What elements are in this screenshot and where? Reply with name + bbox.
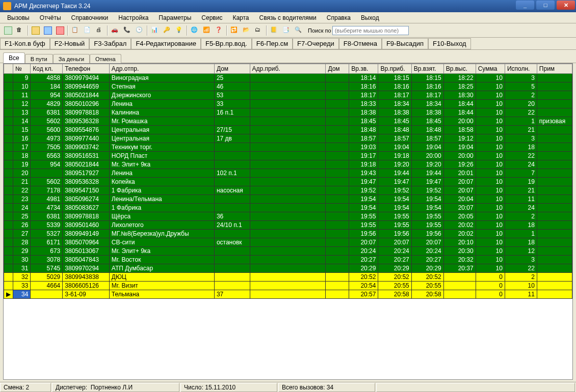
table-row[interactable]: 2861713805070964СВ-ситиостановк20:0720:0…: [4, 238, 572, 247]
cell[interactable]: [214, 247, 250, 256]
cell[interactable]: 16 п.1: [214, 108, 250, 117]
fkey-6[interactable]: F6-Пер.см: [252, 38, 293, 49]
cell[interactable]: 18:33: [349, 100, 378, 108]
cell[interactable]: Дзержинского: [109, 91, 214, 100]
cell[interactable]: 184: [31, 82, 63, 91]
cell[interactable]: [537, 82, 572, 91]
cell[interactable]: 5029: [31, 273, 63, 282]
cell[interactable]: 20:04: [443, 195, 476, 204]
cell[interactable]: 19:55: [378, 221, 411, 230]
col-header-13[interactable]: Прим: [537, 64, 572, 74]
table-row[interactable]: 296733805013067Мг. Элит+ 9ка20:2420:2420…: [4, 247, 572, 256]
cell[interactable]: [250, 221, 326, 230]
cell[interactable]: 18:44: [443, 100, 476, 108]
cell[interactable]: 21: [505, 126, 537, 134]
cell[interactable]: [326, 282, 349, 290]
toolbar-btn-7[interactable]: 📄: [82, 25, 93, 36]
cell[interactable]: [326, 221, 349, 230]
cell[interactable]: [326, 186, 349, 195]
col-header-1[interactable]: Код кл.: [31, 64, 63, 74]
cell[interactable]: [214, 160, 250, 169]
cell[interactable]: 3809554876: [63, 126, 110, 134]
col-header-0[interactable]: №: [13, 64, 31, 74]
cell[interactable]: Ленина: [109, 100, 214, 108]
cell[interactable]: 3809536328: [63, 117, 110, 126]
cell[interactable]: 12: [505, 247, 537, 256]
cell[interactable]: 22: [13, 186, 31, 195]
cell[interactable]: 3809944659: [63, 82, 110, 91]
cell[interactable]: [214, 152, 250, 160]
cell[interactable]: 20:32: [443, 256, 476, 264]
table-row[interactable]: 24473438050836271 Фабрика19:5419:5419:54…: [4, 204, 572, 212]
cell[interactable]: 1: [505, 230, 537, 238]
cell[interactable]: [326, 204, 349, 212]
cell[interactable]: остановк: [214, 238, 250, 247]
toolbar-btn-16[interactable]: 📶: [201, 25, 213, 36]
cell[interactable]: [537, 247, 572, 256]
cell[interactable]: МГ.№8(Березка)ул.Дружбы: [109, 230, 214, 238]
cell[interactable]: 24: [13, 204, 31, 212]
cell[interactable]: АТП Думбасар: [109, 264, 214, 273]
cell[interactable]: 17: [13, 143, 31, 152]
cell[interactable]: 10: [476, 230, 505, 238]
cell[interactable]: Центральная: [109, 134, 214, 143]
cell[interactable]: 20:52: [411, 273, 443, 282]
cell[interactable]: [537, 108, 572, 117]
cell[interactable]: 102 п.1: [214, 169, 250, 178]
cell[interactable]: 30: [13, 256, 31, 264]
cell[interactable]: 37: [214, 290, 250, 299]
fkey-10[interactable]: F10-Выход: [428, 38, 471, 49]
cell[interactable]: [214, 178, 250, 186]
tab-2[interactable]: За деньги: [53, 54, 90, 64]
cell[interactable]: [326, 143, 349, 152]
cell[interactable]: [250, 264, 326, 273]
table-row[interactable]: 1556003809554876Центральная27/1518:4818:…: [4, 126, 572, 134]
fkey-4[interactable]: F4-Редактирование: [131, 38, 201, 49]
cell[interactable]: 6171: [31, 238, 63, 247]
cell[interactable]: 19:47: [378, 178, 411, 186]
cell[interactable]: 3805083627: [63, 204, 110, 212]
col-header-11[interactable]: Сумма: [476, 64, 505, 74]
cell[interactable]: 26: [13, 221, 31, 230]
cell[interactable]: 3: [505, 74, 537, 82]
cell[interactable]: 10: [476, 195, 505, 204]
cell[interactable]: 18:16: [378, 82, 411, 91]
cell[interactable]: [537, 204, 572, 212]
cell[interactable]: 18:57: [349, 134, 378, 143]
cell[interactable]: [31, 169, 63, 178]
col-header-7[interactable]: Вр.зв.: [349, 64, 378, 74]
cell[interactable]: 10: [476, 91, 505, 100]
table-row[interactable]: 3030783805047843Мг. Восток20:2720:2720:2…: [4, 256, 572, 264]
cell[interactable]: 3809903742: [63, 143, 110, 152]
cell[interactable]: 20:30: [443, 247, 476, 256]
fkey-1[interactable]: F1-Коп.в буф: [0, 38, 50, 49]
toolbar-btn-6[interactable]: 📋: [70, 25, 81, 36]
tab-3[interactable]: Отмена: [90, 54, 121, 64]
cell[interactable]: 19:54: [411, 204, 443, 212]
cell[interactable]: СВ-сити: [109, 238, 214, 247]
toolbar-btn-19[interactable]: 📂: [241, 25, 252, 36]
cell[interactable]: Лихолетого: [109, 221, 214, 230]
cell[interactable]: 18:34: [411, 100, 443, 108]
cell[interactable]: [250, 290, 326, 299]
col-header-4[interactable]: Дом: [214, 64, 250, 74]
cell[interactable]: [326, 212, 349, 221]
cell[interactable]: 3809536328: [63, 178, 110, 186]
cell[interactable]: 0: [476, 290, 505, 299]
cell[interactable]: 10: [476, 134, 505, 143]
cell[interactable]: 19:20: [411, 160, 443, 169]
menu-item-6[interactable]: Карта: [227, 13, 254, 22]
cell[interactable]: 18:44: [443, 108, 476, 117]
cell[interactable]: [250, 230, 326, 238]
cell[interactable]: 3809949149: [63, 230, 110, 238]
cell[interactable]: [250, 160, 326, 169]
toolbar-search-icon[interactable]: 🔍: [293, 25, 304, 36]
cell[interactable]: 3809501460: [63, 221, 110, 230]
cell[interactable]: 19:17: [349, 152, 378, 160]
cell[interactable]: 5600: [31, 126, 63, 134]
cell[interactable]: 19:52: [411, 186, 443, 195]
cell[interactable]: [443, 273, 476, 282]
cell[interactable]: [537, 178, 572, 186]
cell[interactable]: 10: [476, 204, 505, 212]
cell[interactable]: 18:38: [349, 108, 378, 117]
